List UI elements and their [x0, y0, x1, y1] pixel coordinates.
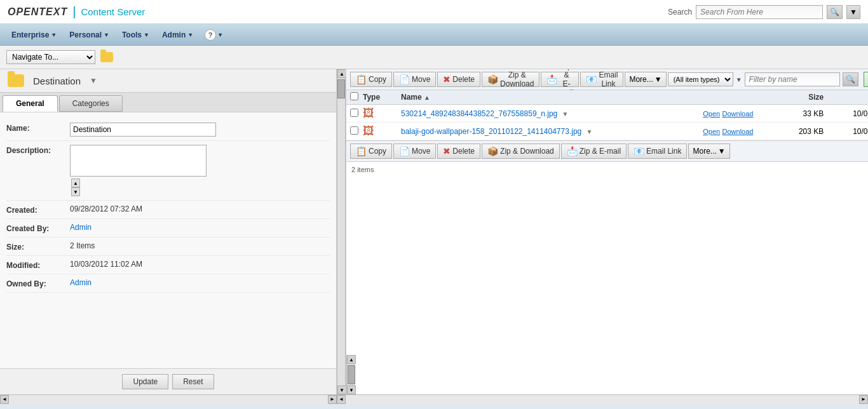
delete-button-bottom[interactable]: ✖ Delete	[437, 144, 480, 159]
right-scroll-thumb[interactable]	[348, 365, 355, 384]
right-h-scroll-left[interactable]: ◄	[337, 395, 346, 404]
zip-download-button-top[interactable]: 📦 Zip & Download	[482, 72, 539, 87]
delete-label-bottom: Delete	[452, 147, 475, 156]
row1-download-link[interactable]: Download	[722, 110, 754, 117]
desc-scroll-down[interactable]: ▼	[71, 187, 80, 196]
right-h-scroll-right[interactable]: ►	[859, 395, 868, 404]
nav-admin[interactable]: Admin ▼	[156, 27, 200, 43]
nav-enterprise[interactable]: Enterprise ▼	[5, 27, 63, 43]
nav-enterprise-label: Enterprise	[11, 30, 49, 39]
search-go-button[interactable]: 🔍	[827, 5, 843, 19]
right-toolbar-right: (All item types) ▼ 🔍 📁 📂 ✚ Add Item	[668, 72, 868, 87]
col-size-header: Size	[785, 93, 824, 102]
form-buttons: Update Reset	[0, 368, 336, 394]
form-row-modified: Modified: 10/03/2012 11:02 AM	[6, 256, 330, 274]
row1-modified: 10/03/2012 11:02 AM	[824, 109, 868, 118]
nav-tools[interactable]: Tools ▼	[116, 27, 156, 43]
form-area: Name: Description: ▲ ▼ Created: 09/28/20…	[0, 112, 336, 368]
nav-personal[interactable]: Personal ▼	[63, 27, 116, 43]
right-scroll-down[interactable]: ▼	[347, 386, 356, 394]
right-toolbar-bottom: 📋 Copy 📄 Move ✖ Delete 📦 Zip & Download …	[346, 140, 868, 162]
col-name-header[interactable]: Name ▲	[401, 93, 703, 102]
name-label: Name:	[6, 123, 70, 133]
navigate-select[interactable]: Navigate To...	[6, 50, 95, 64]
zip-email-button-top[interactable]: 📩 Zip & E-mail	[541, 72, 579, 87]
row2-checkbox[interactable]	[350, 126, 358, 135]
owned-by-value: Admin	[70, 278, 330, 287]
status-bar: Admin 05/22/2014 OpenText Content Server…	[0, 403, 868, 409]
email-link-button-bottom[interactable]: 📧 Email Link	[628, 144, 687, 159]
col-modified-header: Modified	[824, 93, 868, 102]
email-link-label-top: Email Link	[599, 70, 618, 88]
left-scroll-up[interactable]: ▲	[337, 69, 346, 78]
help-button[interactable]: ?	[205, 29, 216, 41]
right-scroll-up[interactable]: ▲	[347, 355, 356, 364]
search-options-button[interactable]: ▼	[846, 5, 860, 19]
copy-label-bottom: Copy	[369, 147, 386, 156]
row2-dropdown-arrow[interactable]: ▼	[587, 128, 593, 135]
more-button-top[interactable]: More... ▼	[625, 72, 666, 87]
copy-label-top: Copy	[369, 75, 386, 84]
tab-general[interactable]: General	[3, 95, 58, 112]
filter-input[interactable]	[745, 72, 840, 86]
folder-dropdown-arrow[interactable]: ▼	[90, 76, 97, 85]
add-item-button[interactable]: 📁 📂 ✚ Add Item	[864, 72, 868, 87]
email-link-icon-top: 📧	[586, 74, 597, 84]
description-textarea[interactable]	[70, 145, 207, 177]
nav-admin-chevron: ▼	[187, 32, 193, 38]
desc-scroll-up[interactable]: ▲	[71, 178, 80, 187]
row2-open-link[interactable]: Open	[703, 128, 720, 135]
email-link-label-bottom: Email Link	[646, 147, 681, 156]
left-scroll-down[interactable]: ▼	[337, 386, 346, 394]
select-all-checkbox[interactable]	[350, 92, 358, 100]
form-row-size: Size: 2 Items	[6, 238, 330, 256]
row1-dropdown-arrow[interactable]: ▼	[562, 111, 569, 117]
left-h-scroll-left[interactable]: ◄	[0, 395, 9, 404]
more-chevron-top: ▼	[654, 75, 662, 84]
left-scroll-thumb[interactable]	[337, 79, 345, 98]
search-input[interactable]	[696, 5, 823, 19]
move-button-bottom[interactable]: 📄 Move	[393, 144, 436, 159]
row2-modified: 10/03/2012 11:02 AM	[824, 127, 868, 136]
row1-checkbox[interactable]	[350, 109, 358, 117]
owned-by-link[interactable]: Admin	[70, 278, 92, 287]
folder-icon-button[interactable]	[99, 50, 114, 65]
left-h-scroll-right[interactable]: ►	[328, 395, 337, 404]
col-check-header	[350, 92, 363, 102]
reset-button[interactable]: Reset	[172, 374, 214, 389]
left-h-scroll: ◄ ►	[0, 395, 337, 404]
delete-button-top[interactable]: ✖ Delete	[437, 72, 480, 87]
left-panel-scrollbar: ▲ ▼	[337, 69, 346, 394]
created-by-link[interactable]: Admin	[70, 223, 92, 232]
zip-email-label-bottom: Zip & E-mail	[580, 147, 621, 156]
move-button-top[interactable]: 📄 Move	[393, 72, 436, 87]
row2-download-link[interactable]: Download	[722, 128, 754, 135]
main-content: Destination ▼ General Categories Name: D…	[0, 69, 868, 394]
row1-open-link[interactable]: Open	[703, 110, 720, 117]
zip-download-label-bottom: Zip & Download	[500, 147, 554, 156]
row2-file-link[interactable]: balaji-god-wallpaper-158_20110122_141140…	[401, 127, 581, 136]
right-panel: 📋 Copy 📄 Move ✖ Delete 📦 Zip & Download …	[346, 69, 868, 394]
tab-categories[interactable]: Categories	[59, 95, 123, 112]
copy-button-top[interactable]: 📋 Copy	[350, 72, 392, 87]
logo-opentext: OPENTEXT	[8, 6, 67, 18]
zip-download-button-bottom[interactable]: 📦 Zip & Download	[482, 144, 560, 159]
copy-icon-bottom: 📋	[356, 146, 367, 156]
email-link-button-top[interactable]: 📧 Email Link	[580, 72, 623, 87]
update-button[interactable]: Update	[122, 374, 168, 389]
more-button-bottom[interactable]: More... ▼	[688, 144, 729, 159]
item-type-select[interactable]: (All item types)	[668, 72, 733, 86]
name-value	[70, 123, 330, 137]
filter-search-button[interactable]: 🔍	[843, 72, 858, 86]
copy-button-bottom[interactable]: 📋 Copy	[350, 144, 392, 159]
name-input[interactable]	[70, 123, 216, 137]
logo-separator: |	[72, 4, 76, 19]
nav-tools-label: Tools	[122, 30, 142, 39]
row1-file-link[interactable]: 530214_489248384438522_767558859_n.jpg	[401, 109, 557, 118]
move-icon-bottom: 📄	[399, 146, 410, 156]
description-label: Description:	[6, 145, 70, 155]
zip-email-button-bottom[interactable]: 📩 Zip & E-mail	[561, 144, 627, 159]
copy-icon-top: 📋	[356, 74, 367, 84]
right-h-scroll-track	[346, 395, 859, 404]
more-label-bottom: More...	[693, 147, 716, 156]
